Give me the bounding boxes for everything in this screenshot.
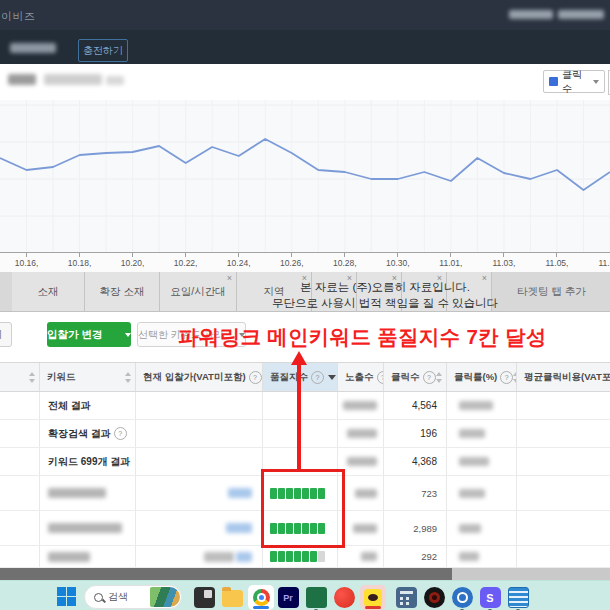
cell bbox=[136, 476, 263, 510]
kakaotalk-icon[interactable] bbox=[360, 585, 386, 610]
breadcrumb-bar: 클릭수 bbox=[0, 64, 610, 101]
sort-icon[interactable] bbox=[125, 372, 132, 383]
column-header-0[interactable] bbox=[12, 363, 40, 391]
help-icon[interactable]: ? bbox=[311, 371, 324, 384]
soop-icon[interactable]: S bbox=[478, 585, 502, 610]
cell bbox=[338, 420, 384, 447]
blurred-value bbox=[355, 489, 377, 498]
premiere-pro-glyph: Pr bbox=[278, 587, 299, 608]
column-header-5[interactable]: 클릭수? bbox=[384, 363, 447, 391]
cell bbox=[12, 476, 40, 510]
taskbar-search-input[interactable]: 검색 bbox=[84, 585, 182, 609]
axis-tick-label: 11.01, bbox=[439, 258, 462, 268]
blurred-value bbox=[347, 457, 377, 466]
column-header-4[interactable]: 노출수? bbox=[338, 363, 384, 391]
column-header-2[interactable]: 현재 입찰가(VAT미포함)? bbox=[136, 363, 263, 391]
axis-tick bbox=[79, 253, 80, 257]
blurred-value bbox=[204, 552, 234, 562]
task-view-glyph bbox=[194, 587, 215, 608]
charge-button[interactable]: 충전하기 bbox=[78, 39, 128, 62]
quality-segment bbox=[270, 551, 277, 562]
cell bbox=[136, 511, 263, 545]
file-explorer-icon[interactable] bbox=[220, 585, 244, 610]
acrobat-icon[interactable] bbox=[332, 585, 356, 610]
search-icon bbox=[94, 593, 103, 602]
axis-tick-label: 10.30, bbox=[386, 258, 410, 268]
premiere-pro-icon[interactable]: Pr bbox=[276, 585, 300, 610]
column-header-label: 클릭수 bbox=[391, 371, 420, 384]
chevron-down-icon bbox=[125, 333, 131, 337]
annotation-arrow-head bbox=[291, 351, 307, 365]
help-icon[interactable]: ? bbox=[377, 371, 385, 384]
windows-taskbar: 검색 PrS bbox=[0, 580, 610, 610]
column-header-6[interactable]: 클릭률(%)? bbox=[447, 363, 517, 391]
chart-x-axis: 10.16,10.18,10.20,10.22,10.24,10.26,10.2… bbox=[0, 253, 610, 272]
quality-segment bbox=[302, 551, 309, 562]
horizontal-scrollbar[interactable] bbox=[0, 568, 610, 580]
delete-button[interactable]: 삭제 bbox=[0, 322, 12, 347]
cell bbox=[338, 392, 384, 419]
sort-icon[interactable] bbox=[29, 372, 36, 383]
cell bbox=[136, 392, 263, 419]
cell bbox=[447, 420, 517, 447]
search-highlight-image[interactable] bbox=[150, 587, 180, 607]
cell bbox=[12, 511, 40, 545]
cell bbox=[263, 546, 338, 567]
help-icon[interactable]: ? bbox=[249, 371, 262, 384]
clicks-value: 196 bbox=[420, 428, 437, 439]
metric-selector-dropdown[interactable]: 클릭수 bbox=[543, 70, 605, 93]
blurred-value bbox=[343, 401, 377, 410]
account-menu-blurred[interactable] bbox=[558, 10, 604, 19]
metric-selector-label: 클릭수 bbox=[562, 68, 589, 96]
blurred-value bbox=[459, 401, 493, 410]
screen-recorder-icon[interactable] bbox=[422, 585, 446, 610]
help-icon[interactable]: ? bbox=[423, 371, 436, 384]
top-navbar: 이비즈 bbox=[0, 0, 610, 30]
windows-start-icon[interactable] bbox=[57, 587, 76, 606]
excel-icon[interactable] bbox=[304, 585, 328, 610]
calculator-icon[interactable] bbox=[394, 585, 418, 610]
axis-tick bbox=[503, 253, 504, 257]
cell bbox=[517, 392, 610, 419]
chrome-icon[interactable] bbox=[248, 585, 274, 610]
row-label: 전체 결과 bbox=[40, 399, 91, 413]
chevron-down-icon bbox=[593, 80, 599, 84]
capture-tool-icon[interactable] bbox=[450, 585, 474, 610]
help-icon[interactable]: ? bbox=[500, 371, 513, 384]
cell bbox=[136, 546, 263, 567]
bid-change-button[interactable]: 입찰가 변경 bbox=[47, 322, 131, 347]
column-header-label: 키워드 bbox=[47, 371, 76, 384]
quality-segment bbox=[294, 551, 301, 562]
axis-tick-label: 10.18, bbox=[68, 258, 92, 268]
file-explorer-glyph bbox=[222, 590, 243, 607]
column-header-7[interactable]: 평균클릭비용(VAT포함 bbox=[517, 363, 610, 391]
blurred-value bbox=[48, 523, 122, 533]
quality-segment bbox=[278, 551, 285, 562]
axis-tick bbox=[185, 253, 186, 257]
tab-item-1[interactable]: 확장 소재 bbox=[85, 272, 160, 311]
notes-icon[interactable] bbox=[506, 585, 530, 610]
acrobat-glyph bbox=[334, 587, 355, 608]
axis-tick-label: 10.26, bbox=[280, 258, 304, 268]
active-indicator bbox=[253, 606, 269, 609]
clicks-value: 292 bbox=[421, 551, 437, 562]
breadcrumb-item-blurred[interactable] bbox=[44, 74, 102, 85]
column-header-1[interactable]: 키워드 bbox=[40, 363, 136, 391]
cell: 4,564 bbox=[384, 392, 447, 419]
quality-index-highlight-box bbox=[261, 469, 345, 548]
quality-segment bbox=[310, 551, 317, 562]
help-icon[interactable]: ? bbox=[114, 427, 127, 440]
task-view-icon[interactable] bbox=[192, 585, 216, 610]
screen: 이비즈 충전하기 클릭수 10.16,10.18,10.20,10.22,10.… bbox=[0, 0, 610, 610]
scrollbar-thumb[interactable] bbox=[0, 568, 452, 580]
breadcrumb-item-blurred[interactable] bbox=[8, 74, 36, 85]
cell bbox=[12, 420, 40, 447]
blurred-value bbox=[459, 457, 489, 466]
sort-icon[interactable] bbox=[436, 372, 443, 383]
blurred-value bbox=[459, 429, 485, 438]
cell bbox=[40, 476, 136, 510]
tab-item-0[interactable]: 소재 bbox=[12, 272, 85, 311]
calculator-glyph bbox=[396, 587, 417, 608]
notes-glyph bbox=[508, 587, 529, 608]
blurred-value bbox=[226, 523, 252, 533]
